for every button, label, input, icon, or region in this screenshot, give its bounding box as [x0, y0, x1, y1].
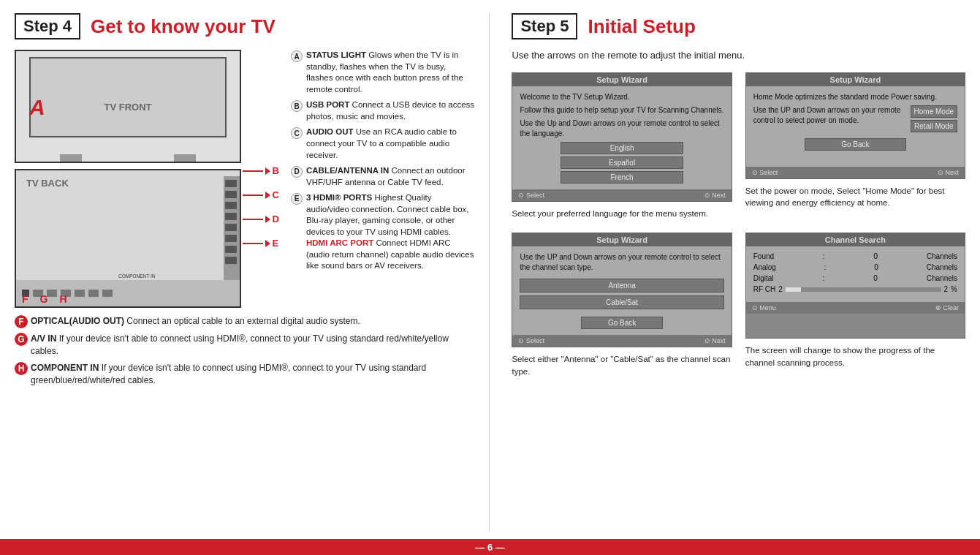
wizard1-footer-next: ⊙ Next: [704, 192, 726, 199]
step5-panel: Step 5 Initial Setup Use the arrows on t…: [490, 13, 965, 532]
found-value: 0: [873, 252, 878, 260]
rf-percent: %: [951, 285, 957, 293]
tv-stand-right: [174, 154, 196, 162]
wizard3-block: Setup Wizard Use the UP and Down arrows …: [512, 233, 732, 377]
found-colon: :: [823, 252, 825, 260]
port-audio: [225, 191, 237, 198]
desc-d: D CABLE/ANTENNA IN Connect an outdoor VH…: [291, 165, 474, 188]
page-number: — 6 —: [475, 542, 504, 553]
wizard1-block: Setup Wizard Welcome to the TV Setup Wiz…: [512, 72, 732, 219]
label-e: E: [273, 238, 279, 249]
tv-front-diagram: TV FRONT A: [15, 50, 241, 163]
desc-b-title: USB PORT: [306, 100, 349, 109]
wizard3-caption: Select either "Antenna" or "Cable/Sat" a…: [512, 353, 732, 377]
desc-h-text: COMPONENT IN If your device isn't able t…: [31, 362, 474, 387]
wizard4-screen: Channel Search Found : 0 Channels Analog…: [745, 233, 965, 339]
wizard3-option-antenna[interactable]: Antenna: [520, 279, 723, 292]
analog-colon: :: [824, 263, 827, 271]
wizard3-option-cablesat[interactable]: Cable/Sat: [520, 295, 723, 309]
circle-d: D: [291, 166, 303, 178]
rf-label: RF CH: [753, 285, 776, 293]
wizard1-option-espanol[interactable]: Español: [561, 156, 683, 169]
step5-title: Initial Setup: [588, 15, 695, 38]
wizard2-option-retail[interactable]: Retail Mode: [911, 120, 957, 132]
digital-label: Digital: [753, 274, 774, 282]
desc-a-title: STATUS LIGHT: [306, 50, 366, 59]
wizard1-title: Setup Wizard: [512, 73, 731, 86]
wizard1-options: English Español French: [561, 142, 683, 184]
wizard4-block: Channel Search Found : 0 Channels Analog…: [745, 233, 965, 377]
wizard2-screen: Setup Wizard Home Mode optimizes the sta…: [745, 72, 965, 179]
wizard2-footer-next: ⊙ Next: [938, 169, 959, 176]
wizard3-go-back[interactable]: Go Back: [581, 317, 663, 329]
fgh-row: F G H: [22, 293, 67, 305]
desc-c-title: AUDIO OUT: [306, 127, 354, 136]
step5-box: Step 5: [512, 13, 577, 39]
desc-a-text: STATUS LIGHT Glows when the TV is in sta…: [306, 50, 474, 95]
desc-b: B USB PORT Connect a USB device to acces…: [291, 99, 474, 122]
wizard1-option-english[interactable]: English: [561, 142, 683, 154]
port-comp1: [75, 290, 85, 297]
step5-intro: Use the arrows on the remote to adjust t…: [512, 50, 965, 61]
port-hdmi3: [225, 246, 237, 253]
digital-channels: Channels: [927, 274, 957, 282]
wizard2-go-back[interactable]: Go Back: [805, 138, 907, 151]
arrow-b-line: [243, 170, 263, 172]
arrow-c-line: [243, 195, 263, 196]
port-comp3: [102, 290, 113, 297]
wizard3-title: Setup Wizard: [512, 233, 731, 246]
arrow-c-tip: [265, 192, 270, 199]
analog-value: 0: [874, 263, 878, 271]
digital-value: 0: [873, 274, 878, 282]
port-usb: [225, 180, 237, 187]
wizard2-block: Setup Wizard Home Mode optimizes the sta…: [745, 72, 965, 219]
desc-f-title: OPTICAL(AUDIO OUT): [31, 316, 124, 326]
wizard3-footer-select: ⊙ Select: [518, 337, 544, 344]
circle-f: F: [15, 315, 28, 328]
arrows-col: B C D: [241, 50, 279, 249]
label-d: D: [273, 214, 279, 224]
step4-main: TV FRONT A TV BACK: [15, 50, 474, 308]
arrow-e: E: [243, 238, 279, 249]
port-hdmi1: [225, 224, 237, 231]
digital-colon: :: [822, 274, 824, 282]
marker-a: A: [29, 95, 45, 120]
wizard4-footer-clear: ⊗ Clear: [935, 304, 959, 312]
analog-channels: Channels: [927, 263, 957, 271]
desc-f: F OPTICAL(AUDIO OUT) Connect an optical …: [15, 315, 474, 328]
wizard3-footer-next: ⊙ Next: [704, 337, 726, 344]
wizard1-option-french[interactable]: French: [561, 171, 683, 184]
wizard2-option-home[interactable]: Home Mode: [911, 105, 957, 118]
arrow-b-tip: [265, 167, 270, 175]
circle-h: H: [15, 362, 28, 375]
desc-f-text: OPTICAL(AUDIO OUT) Connect an optical ca…: [31, 315, 360, 328]
tv-stand-left: [60, 154, 82, 162]
wizard3-screen: Setup Wizard Use the UP and Down arrows …: [512, 233, 732, 347]
hdmi-arc-title: HDMI ARC PORT: [306, 238, 373, 247]
wizard1-line2: Follow this guide to help setup your TV …: [520, 105, 723, 116]
step5-header: Step 5 Initial Setup: [512, 13, 965, 39]
port-antenna: [225, 202, 237, 209]
desc-e-title: 3 HDMI® PORTS: [306, 193, 372, 202]
desc-e: E 3 HDMI® PORTS Highest Quality audio/vi…: [291, 192, 474, 272]
tv-back-label: TV BACK: [26, 178, 69, 189]
letter-g: G: [40, 293, 48, 305]
bottom-labels: F OPTICAL(AUDIO OUT) Connect an optical …: [15, 315, 474, 386]
wizard1-body: Welcome to the TV Setup Wizard. Follow t…: [512, 86, 731, 189]
component-in-label: COMPONENT IN: [118, 273, 155, 279]
circle-e: E: [291, 193, 303, 205]
desc-a: A STATUS LIGHT Glows when the TV is in s…: [291, 50, 474, 95]
arrow-d: D: [243, 214, 279, 224]
wizard4-footer-menu: ⊙ Menu: [752, 304, 776, 312]
step4-box: Step 4: [15, 13, 80, 39]
page-container: Step 4 Get to know your TV TV FRONT A: [0, 0, 980, 555]
desc-g-text: A/V IN If your device isn't able to conn…: [31, 333, 474, 358]
found-label: Found: [753, 252, 774, 260]
port-arc: [225, 257, 237, 264]
wizard2-line2: Use the UP and Down arrows on your remot…: [753, 105, 906, 126]
side-port-strip: [224, 176, 240, 286]
arrow-b: B: [243, 165, 279, 176]
port-hdmi2: [225, 235, 237, 242]
desc-f-body: Connect an optical cable to an external …: [124, 316, 360, 326]
desc-c-text: AUDIO OUT Use an RCA audio cable to conn…: [306, 127, 474, 161]
